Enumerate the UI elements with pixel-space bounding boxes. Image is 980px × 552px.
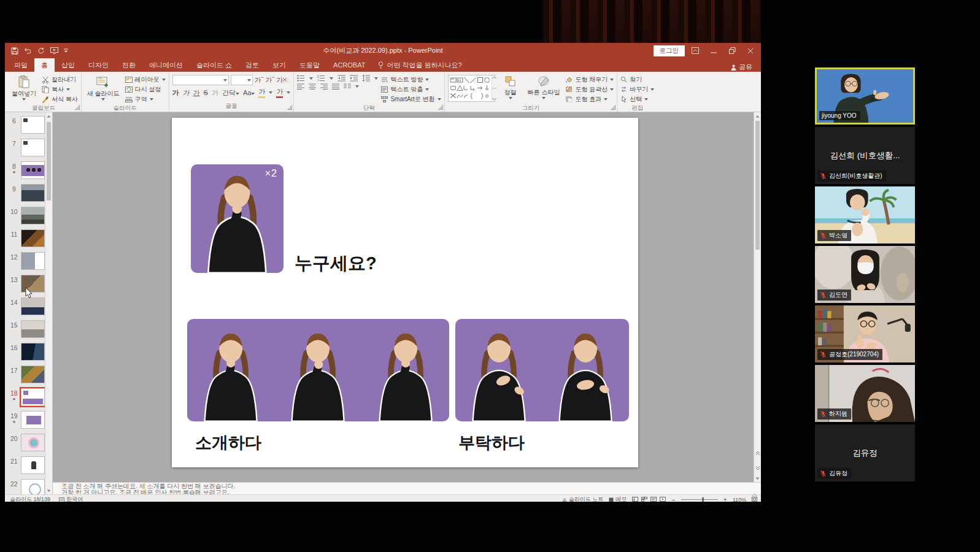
notes-pane[interactable]: 조금 전 소개 해 주셨는데요. 제 소개를 다시 한번 해 보겠습니다. 거창… xyxy=(53,482,761,494)
change-case-button[interactable]: Aa xyxy=(243,89,255,96)
slide-thumbnail-13[interactable]: 13 xyxy=(5,275,45,297)
tab-transitions[interactable]: 전환 xyxy=(115,58,142,72)
collapse-ribbon-icon[interactable] xyxy=(752,488,757,499)
normal-view-button[interactable] xyxy=(632,497,638,502)
caption-request[interactable]: 부탁하다 xyxy=(458,432,525,454)
align-text-button[interactable]: 텍스트 맞춤 xyxy=(381,85,441,94)
slide-thumbnail-20[interactable]: 20 xyxy=(5,434,45,456)
zoom-percent[interactable]: 110% xyxy=(733,497,746,502)
font-size-combo[interactable] xyxy=(231,75,253,85)
participant-tile-2[interactable]: 김선희 (비호생활... 김선희(비호생활관) xyxy=(815,127,915,184)
shape-fill-button[interactable]: 도형 채우기 xyxy=(565,75,614,84)
scroll-down-icon[interactable] xyxy=(754,475,761,482)
tab-insert[interactable]: 삽입 xyxy=(55,58,82,72)
paragraph-dialog-launcher[interactable] xyxy=(438,105,443,110)
slide-thumbnail-21[interactable]: 21 xyxy=(5,456,45,479)
start-slideshow-icon[interactable] xyxy=(50,47,58,54)
justify-button[interactable] xyxy=(332,83,339,90)
slide-thumbnail-11[interactable]: 11 xyxy=(5,229,45,252)
italic-button[interactable]: 가 xyxy=(183,88,190,98)
restore-button[interactable] xyxy=(724,45,740,56)
slide-sorter-view-button[interactable] xyxy=(641,497,647,502)
sign-image-request[interactable] xyxy=(455,319,629,421)
slide-thumbnail-19[interactable]: 19★ xyxy=(5,411,45,434)
strikethrough-button[interactable]: S xyxy=(204,89,208,96)
slide-thumbnail-7[interactable]: 7 xyxy=(5,139,45,161)
convert-smartart-button[interactable]: SmartArt로 변환 xyxy=(381,94,441,104)
bold-button[interactable]: 가 xyxy=(172,88,179,98)
slide-thumbnail-8[interactable]: 8★ xyxy=(5,161,45,184)
qat-customize-icon[interactable] xyxy=(64,48,68,53)
text-direction-button[interactable]: 텍스트 방향 xyxy=(381,75,441,84)
font-name-combo[interactable] xyxy=(172,75,229,85)
memo-toggle[interactable]: 메모 xyxy=(609,496,627,502)
tab-review[interactable]: 검토 xyxy=(239,58,266,72)
tab-design[interactable]: 디자인 xyxy=(82,58,115,72)
format-painter-button[interactable]: 서식 복사 xyxy=(42,94,78,104)
slide-thumbnail-18[interactable]: 18★ xyxy=(5,388,45,411)
tab-help[interactable]: 도움말 xyxy=(293,58,326,72)
sign-image-introduce[interactable] xyxy=(187,319,449,421)
columns-button[interactable] xyxy=(344,83,351,90)
new-slide-button[interactable]: 새 슬라이드 xyxy=(85,74,122,101)
clear-formatting-button[interactable]: 가 xyxy=(276,75,287,85)
slide-vertical-scrollbar[interactable] xyxy=(754,112,761,482)
font-color-button[interactable]: 가 xyxy=(276,87,283,98)
replace-button[interactable]: 바꾸기 xyxy=(620,85,654,94)
slide-thumbnail-17[interactable]: 17 xyxy=(5,366,45,388)
sign-image-single[interactable]: ×2 xyxy=(191,164,284,273)
shape-outline-button[interactable]: 도형 윤곽선 xyxy=(565,85,614,94)
underline-button[interactable]: 가 xyxy=(193,88,200,98)
language-indicator[interactable]: 한국어 xyxy=(59,496,83,502)
align-center-button[interactable] xyxy=(309,83,316,90)
minimize-button[interactable] xyxy=(706,45,722,56)
scroll-up-icon[interactable] xyxy=(754,112,761,120)
character-spacing-button[interactable]: 간닥 xyxy=(222,88,239,98)
zoom-slider[interactable] xyxy=(681,499,718,500)
notes-toggle[interactable]: 슬라이드 노트 xyxy=(562,496,604,502)
tell-me-search[interactable]: 어떤 작업을 원하시나요? xyxy=(372,58,468,72)
participant-tile-7[interactable]: 김유정 김유정 xyxy=(815,424,915,481)
shape-gallery-scrollbar[interactable] xyxy=(492,75,496,101)
slide-thumbnail-14[interactable]: 14 xyxy=(5,297,45,320)
reading-view-button[interactable] xyxy=(650,497,657,502)
text-shadow-button[interactable]: 가 xyxy=(212,88,218,98)
zoom-out-button[interactable]: − xyxy=(671,498,675,502)
slide-canvas[interactable]: ×2 누구세요? xyxy=(172,118,638,467)
select-button[interactable]: 선택 xyxy=(620,94,654,104)
decrease-indent-button[interactable] xyxy=(338,75,345,82)
participant-tile-6[interactable]: 하지원 xyxy=(815,365,915,422)
slide-thumbnail-10[interactable]: 10 xyxy=(5,207,45,229)
section-button[interactable]: 구역 xyxy=(125,94,166,104)
find-button[interactable]: 찾기 xyxy=(620,75,654,84)
align-left-button[interactable] xyxy=(297,83,304,90)
paste-button[interactable]: 붙여넣기 xyxy=(9,74,39,101)
drawing-dialog-launcher[interactable] xyxy=(611,105,615,110)
shape-gallery[interactable] xyxy=(448,75,496,102)
reset-button[interactable]: 다시 설정 xyxy=(125,85,166,94)
slide-thumbnail-16[interactable]: 16 xyxy=(5,343,45,366)
participant-tile-3[interactable]: 박소영 xyxy=(815,186,915,243)
shape-effects-button[interactable]: 도형 효과 xyxy=(565,94,614,104)
close-button[interactable] xyxy=(743,45,758,56)
arrange-button[interactable]: 정렬 xyxy=(499,74,522,100)
highlight-color-button[interactable]: 가 xyxy=(258,87,265,98)
previous-slide-button[interactable] xyxy=(755,447,760,458)
slide-thumbnail-6[interactable]: 6 xyxy=(5,116,45,139)
zoom-in-button[interactable]: + xyxy=(723,497,727,502)
participant-tile-4[interactable]: 김도연 xyxy=(815,246,915,303)
cut-button[interactable]: 잘라내기 xyxy=(42,75,78,84)
tab-view[interactable]: 보기 xyxy=(266,58,293,72)
grow-font-button[interactable]: 가ˆ xyxy=(255,75,264,85)
slideshow-view-button[interactable] xyxy=(660,497,666,502)
share-button[interactable]: 공유 xyxy=(731,63,761,72)
increase-indent-button[interactable] xyxy=(350,75,358,82)
numbering-button[interactable] xyxy=(317,75,325,82)
layout-button[interactable]: 레이아웃 xyxy=(125,75,166,84)
ribbon-display-options-icon[interactable] xyxy=(687,45,703,56)
thumbnail-scroll-up-icon[interactable] xyxy=(45,112,52,120)
font-dialog-launcher[interactable] xyxy=(287,105,292,110)
thumbnail-scrollbar[interactable] xyxy=(45,112,52,494)
next-slide-button[interactable] xyxy=(755,462,760,473)
slide-thumbnail-22[interactable]: 22 xyxy=(5,479,45,494)
